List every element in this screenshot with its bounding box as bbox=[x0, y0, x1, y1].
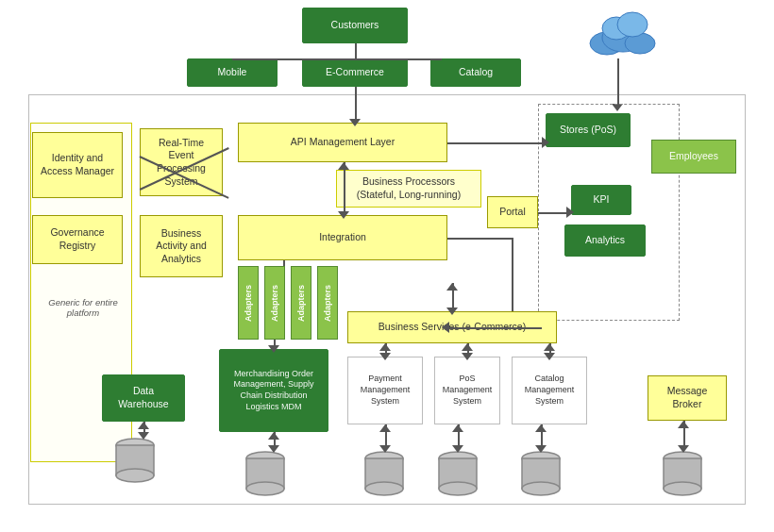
arrow-up-mb-db bbox=[678, 421, 689, 428]
arrow-up-bs-pos bbox=[462, 343, 473, 351]
arrow-cat-db bbox=[535, 445, 547, 453]
arrow-bs-pos bbox=[462, 353, 473, 360]
db5-icon bbox=[519, 449, 563, 498]
arrow-bs-cat bbox=[544, 353, 555, 360]
adapter3-box: Adapters bbox=[291, 266, 311, 340]
line-int-bs bbox=[447, 238, 512, 240]
arrow-api-stores bbox=[542, 137, 549, 148]
arrow-up-bs-cat bbox=[544, 343, 555, 351]
kpi-box: KPI bbox=[571, 185, 631, 215]
portal-box: Portal bbox=[487, 196, 538, 228]
diagram: Generic for entire platform Customers Mo… bbox=[0, 0, 774, 532]
arrow-up-merch-db bbox=[268, 432, 279, 440]
svg-point-4 bbox=[617, 12, 648, 37]
arrow-adap-merch bbox=[268, 345, 279, 353]
arrow-mb-db bbox=[678, 445, 689, 453]
arrow-up-pos-db bbox=[452, 424, 463, 432]
line-top-h2 bbox=[355, 58, 442, 60]
business-processors-box: Business Processors (Stateful, Long-runn… bbox=[336, 170, 481, 208]
mobile-box: Mobile bbox=[187, 58, 278, 87]
svg-point-16 bbox=[439, 482, 477, 495]
employees-box: Employees bbox=[651, 140, 736, 174]
payment-box: Payment Management System bbox=[347, 357, 423, 424]
line-api-integration bbox=[344, 162, 345, 215]
line-api-stores bbox=[447, 142, 546, 144]
ecommerce-box: E-Commerce bbox=[302, 58, 408, 87]
arrow-api-int bbox=[338, 211, 349, 219]
db2-icon bbox=[244, 449, 287, 498]
pos-box: PoS Management System bbox=[434, 357, 500, 424]
line-ecomm-api bbox=[355, 87, 357, 123]
stores-box: Stores (PoS) bbox=[546, 113, 631, 147]
arrow-dw-db bbox=[138, 432, 149, 440]
line-customers-down bbox=[355, 43, 357, 58]
db6-icon bbox=[661, 449, 704, 498]
analytics-box: Analytics bbox=[564, 224, 646, 257]
db3-icon bbox=[362, 449, 406, 498]
arrow-ecomm-api bbox=[349, 119, 361, 126]
line-portal-right bbox=[538, 212, 570, 214]
arrow-portal-right bbox=[566, 207, 574, 218]
arrow-up-bs bbox=[446, 283, 458, 291]
adapter1-box: Adapters bbox=[238, 266, 259, 340]
arrow-bs-down bbox=[446, 308, 458, 315]
catalog-mgmt-box: Catalog Management System bbox=[512, 357, 587, 424]
arrow-up-bs-pay bbox=[379, 343, 391, 351]
identity-box: Identity and Access Manager bbox=[32, 132, 123, 198]
arrow-up-dw-db bbox=[138, 422, 149, 429]
svg-point-22 bbox=[664, 482, 701, 495]
merchandising-box: Merchandising Order Management, Supply C… bbox=[219, 349, 328, 432]
svg-point-19 bbox=[522, 482, 560, 495]
line-bs-h bbox=[447, 327, 542, 329]
data-warehouse-box: Data Warehouse bbox=[102, 374, 185, 422]
api-mgmt-box: API Management Layer bbox=[238, 123, 447, 162]
business-activity-box: Business Activity and Analytics bbox=[140, 215, 223, 277]
integration-box: Integration bbox=[238, 215, 447, 260]
governance-box: Governance Registry bbox=[32, 215, 123, 264]
line-int-bs2 bbox=[512, 238, 513, 311]
svg-point-7 bbox=[116, 469, 154, 482]
line-int-adap bbox=[283, 260, 285, 266]
generic-label: Generic for entire platform bbox=[36, 297, 130, 318]
db1-icon bbox=[113, 436, 157, 485]
arrow-pay-db bbox=[379, 445, 391, 453]
svg-point-13 bbox=[365, 482, 403, 495]
db4-icon bbox=[436, 449, 480, 498]
arrow-api-up bbox=[338, 162, 349, 170]
arrow-merch-db bbox=[268, 445, 279, 453]
cloud-icon bbox=[583, 8, 659, 59]
arrow-pos-db bbox=[452, 445, 463, 453]
arrow-up-cat-db bbox=[535, 424, 547, 432]
arrow-bs-pay bbox=[379, 353, 391, 360]
catalog-box: Catalog bbox=[430, 58, 521, 87]
line-top-h bbox=[232, 58, 355, 60]
message-broker-box: Message Broker bbox=[648, 375, 727, 421]
svg-point-10 bbox=[246, 482, 284, 495]
adapter2-box: Adapters bbox=[264, 266, 285, 340]
arrow-up-pay-db bbox=[379, 424, 391, 432]
adapter4-box: Adapters bbox=[317, 266, 338, 340]
customers-box: Customers bbox=[302, 8, 408, 43]
arrow-bs bbox=[442, 322, 449, 333]
cloud-arrow-line bbox=[617, 58, 619, 106]
